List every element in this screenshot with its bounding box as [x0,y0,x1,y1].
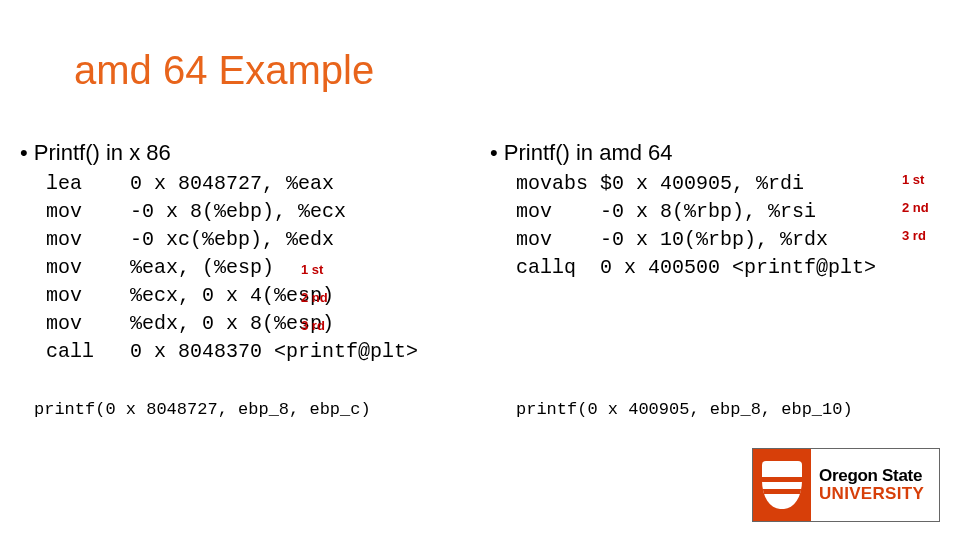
right-heading: • Printf() in amd 64 [490,140,673,166]
osu-logo: Oregon State UNIVERSITY [752,448,940,522]
annotation-x86-2nd: 2 nd [301,290,328,305]
annotation-amd64-3rd: 3 rd [902,228,926,243]
amd64-summary: printf(0 x 400905, ebp_8, ebp_10) [516,400,853,419]
osu-line2: UNIVERSITY [819,485,939,503]
annotation-x86-3rd: 3 rd [301,318,325,333]
annotation-amd64-1st: 1 st [902,172,924,187]
annotation-x86-1st: 1 st [301,262,323,277]
osu-shield-icon [753,449,811,521]
left-heading: • Printf() in x 86 [20,140,171,166]
x86-summary: printf(0 x 8048727, ebp_8, ebp_c) [34,400,371,419]
slide-title: amd 64 Example [74,48,374,93]
amd64-code-block: movabs $0 x 400905, %rdi mov -0 x 8(%rbp… [516,170,876,282]
x86-code-block: lea 0 x 8048727, %eax mov -0 x 8(%ebp), … [46,170,418,366]
annotation-amd64-2nd: 2 nd [902,200,929,215]
osu-logo-text: Oregon State UNIVERSITY [811,449,939,521]
osu-line1: Oregon State [819,467,939,485]
